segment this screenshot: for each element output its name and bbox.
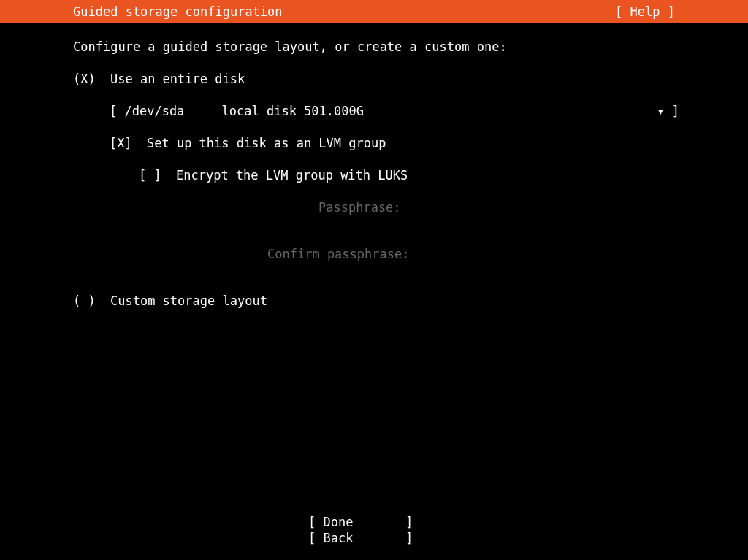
checkbox-mark-encrypt: [ ] bbox=[139, 168, 161, 183]
radio-mark-custom: ( ) bbox=[73, 294, 96, 308]
radio-mark-entire-disk: (X) bbox=[73, 72, 96, 86]
header-bar: Guided storage configuration [ Help ] bbox=[0, 0, 748, 23]
footer-buttons: [ Done ] [ Back ] bbox=[0, 515, 748, 547]
content-area: Configure a guided storage layout, or cr… bbox=[0, 23, 748, 308]
back-button[interactable]: [ Back ] bbox=[308, 531, 440, 545]
done-button[interactable]: [ Done ] bbox=[308, 515, 440, 529]
chevron-down-icon: ▾ ] bbox=[657, 104, 679, 118]
lvm-checkbox[interactable]: [X] Set up this disk as an LVM group bbox=[110, 136, 675, 150]
custom-storage-option[interactable]: ( ) Custom storage layout bbox=[73, 294, 675, 308]
disk-select-value: [ /dev/sda local disk 501.000G bbox=[110, 104, 364, 118]
instruction-text: Configure a guided storage layout, or cr… bbox=[73, 39, 675, 54]
confirm-passphrase-label: Confirm passphrase: bbox=[73, 247, 675, 261]
help-button[interactable]: [ Help ] bbox=[615, 4, 675, 19]
disk-select-dropdown[interactable]: [ /dev/sda local disk 501.000G ▾ ] bbox=[110, 104, 679, 118]
checkbox-mark-lvm: [X] bbox=[110, 136, 132, 150]
checkbox-label-encrypt: Encrypt the LVM group with LUKS bbox=[176, 168, 408, 183]
page-title: Guided storage configuration bbox=[73, 4, 283, 19]
checkbox-label-lvm: Set up this disk as an LVM group bbox=[147, 136, 386, 150]
encrypt-checkbox[interactable]: [ ] Encrypt the LVM group with LUKS bbox=[139, 168, 675, 183]
use-entire-disk-option[interactable]: (X) Use an entire disk bbox=[73, 72, 675, 86]
passphrase-label: Passphrase: bbox=[73, 200, 675, 215]
radio-label-custom: Custom storage layout bbox=[110, 294, 267, 308]
radio-label-entire-disk: Use an entire disk bbox=[110, 72, 245, 86]
